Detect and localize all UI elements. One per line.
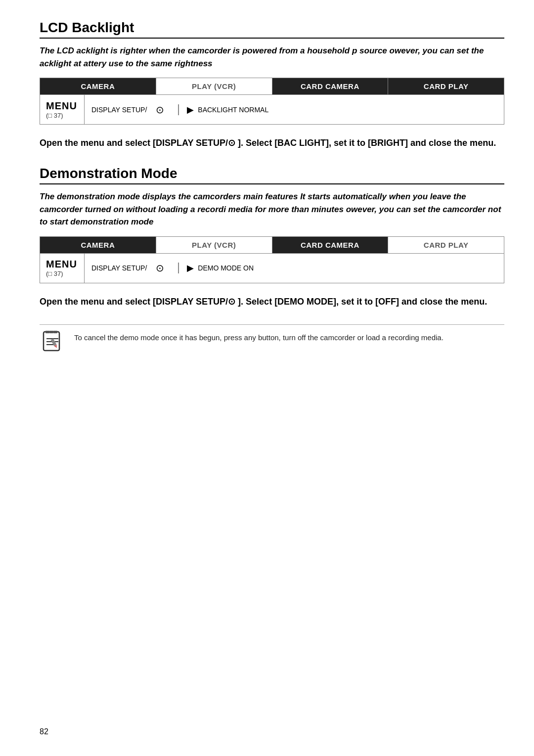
section1-menu-row: MENU (□ 37) DISPLAY SETUP/ ⊙ ▶ BACKLIGHT… bbox=[40, 95, 504, 125]
section-demonstration-mode: Demonstration Mode The demonstration mod… bbox=[40, 166, 504, 358]
section2-instruction: Open the menu and select [DISPLAY SETUP/… bbox=[40, 295, 504, 309]
section2-tab-bar: CAMERA PLAY (VCR) CARD CAMERA CARD PLAY bbox=[40, 236, 504, 254]
note-pencil-icon bbox=[40, 330, 65, 358]
tab-card-camera-1[interactable]: CARD CAMERA bbox=[272, 78, 389, 94]
tab-camera-2[interactable]: CAMERA bbox=[40, 237, 156, 253]
section2-menu-label: MENU (□ 37) bbox=[40, 254, 85, 283]
section2-title: Demonstration Mode bbox=[40, 166, 504, 184]
tab-play-vcr-1[interactable]: PLAY (VCR) bbox=[156, 78, 272, 94]
svg-rect-2 bbox=[49, 331, 53, 333]
section2-setting-value: DEMO MODE ON bbox=[198, 264, 254, 272]
section1-arrow-icon: ▶ bbox=[187, 104, 194, 115]
section1-intro: The LCD acklight is righter when the cam… bbox=[40, 44, 504, 70]
section1-display-setup: DISPLAY SETUP/ bbox=[91, 106, 147, 114]
tab-camera-1[interactable]: CAMERA bbox=[40, 78, 156, 94]
section2-settings-icon: ⊙ bbox=[156, 262, 164, 274]
section2-menu-content: DISPLAY SETUP/ ⊙ ▶ DEMO MODE ON bbox=[85, 254, 504, 283]
section1-title: LCD Backlight bbox=[40, 20, 504, 39]
svg-rect-3 bbox=[53, 331, 57, 333]
tab-play-vcr-2[interactable]: PLAY (VCR) bbox=[156, 237, 272, 253]
menu-bold-text-2: MENU bbox=[46, 259, 78, 270]
section1-menu-label: MENU (□ 37) bbox=[40, 95, 85, 124]
section1-menu-content: DISPLAY SETUP/ ⊙ ▶ BACKLIGHT NORMAL bbox=[85, 95, 504, 124]
menu-bold-text-1: MENU bbox=[46, 100, 78, 112]
section2-menu-row: MENU (□ 37) DISPLAY SETUP/ ⊙ ▶ DEMO MODE… bbox=[40, 254, 504, 283]
section2-display-setup: DISPLAY SETUP/ bbox=[91, 264, 147, 272]
menu-ref-1: (□ 37) bbox=[46, 112, 78, 119]
note-box: To cancel the demo mode once it has begu… bbox=[40, 324, 504, 358]
section2-arrow-icon: ▶ bbox=[187, 263, 194, 273]
tab-card-play-1[interactable]: CARD PLAY bbox=[388, 78, 504, 94]
section1-setting-value: BACKLIGHT NORMAL bbox=[198, 106, 268, 114]
menu-ref-2: (□ 37) bbox=[46, 270, 78, 277]
section2-intro: The demonstration mode displays the camc… bbox=[40, 190, 504, 228]
section-lcd-backlight: LCD Backlight The LCD acklight is righte… bbox=[40, 20, 504, 150]
section1-tab-bar: CAMERA PLAY (VCR) CARD CAMERA CARD PLAY bbox=[40, 78, 504, 95]
page-number: 82 bbox=[40, 727, 48, 736]
note-text: To cancel the demo mode once it has begu… bbox=[74, 332, 444, 344]
section1-settings-icon: ⊙ bbox=[156, 104, 164, 116]
section1-instruction: Open the menu and select [DISPLAY SETUP/… bbox=[40, 136, 504, 150]
svg-rect-1 bbox=[45, 331, 49, 333]
note-svg-icon bbox=[41, 330, 64, 354]
tab-card-play-2[interactable]: CARD PLAY bbox=[388, 237, 504, 253]
tab-card-camera-2[interactable]: CARD CAMERA bbox=[272, 237, 389, 253]
